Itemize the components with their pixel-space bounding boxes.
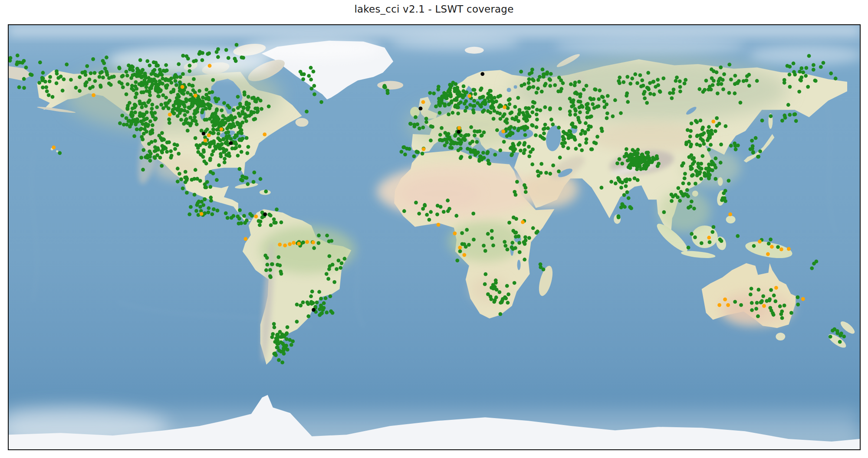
lake-dot-green	[183, 105, 187, 109]
lake-dot-green	[220, 122, 224, 126]
lake-dot-green	[465, 105, 469, 109]
lake-dot-green	[472, 111, 476, 114]
lake-dot-green	[197, 89, 201, 93]
lake-dot-green	[454, 82, 458, 86]
lake-dot-green	[472, 238, 476, 242]
lake-dot-green	[216, 209, 220, 213]
lake-dot-green	[519, 84, 523, 88]
lake-dot-green	[309, 78, 313, 82]
lake-dot-green	[549, 72, 553, 76]
lake-dot-green	[148, 119, 152, 123]
lake-dot-orange	[200, 212, 204, 216]
lake-dot-orange	[305, 240, 309, 244]
lake-dot-green	[226, 104, 230, 108]
lake-dot-green	[301, 77, 305, 81]
lake-dot-green	[585, 115, 589, 119]
lake-dot-green	[185, 191, 189, 195]
lake-dot-green	[226, 216, 230, 220]
lake-dot-green	[525, 118, 529, 122]
lake-dot-green	[244, 114, 248, 118]
lake-dot-green	[619, 111, 623, 115]
lake-dot-green	[706, 129, 710, 133]
lake-dot-green	[765, 299, 769, 303]
lake-dot-green	[672, 88, 676, 92]
lake-dot-green	[41, 71, 45, 75]
lake-dot-green	[150, 140, 154, 144]
lake-dot-green	[339, 266, 342, 270]
lake-dot-green	[386, 91, 390, 95]
lake-dot-green	[307, 74, 311, 78]
lake-dot-green	[205, 128, 209, 131]
lake-dot-green	[694, 182, 697, 186]
lake-dot-green	[490, 236, 494, 240]
lake-dot-green	[769, 309, 773, 313]
lake-dot-green	[246, 182, 250, 186]
lake-dot-green	[169, 156, 173, 160]
lake-dot-green	[783, 81, 786, 85]
lake-dot-green	[143, 117, 147, 121]
lake-dot-green	[578, 120, 582, 124]
lake-dot-green	[543, 105, 547, 109]
lake-dot-green	[131, 65, 135, 69]
lake-dot-green	[733, 300, 737, 304]
lake-dot-green	[305, 110, 309, 114]
lake-dot-green	[618, 75, 621, 79]
lake-dot-green	[144, 81, 148, 85]
lake-dot-green	[461, 95, 465, 99]
lake-dot-green	[268, 268, 272, 272]
lake-dot-green	[139, 83, 143, 87]
lake-dot-green	[125, 74, 129, 78]
lake-dot-green	[628, 157, 632, 161]
lake-dot-green	[755, 79, 759, 83]
lake-dot-green	[668, 91, 672, 95]
lake-dot-green	[472, 99, 476, 103]
lake-dot-green	[187, 69, 191, 73]
lake-dot-green	[318, 313, 322, 317]
lake-dot-green	[150, 111, 154, 114]
lake-dot-orange	[220, 128, 224, 131]
lake-dot-green	[670, 199, 674, 203]
lake-dot-green	[142, 132, 146, 136]
lake-dot-green	[602, 99, 606, 103]
lake-dot-green	[237, 217, 241, 221]
lake-dot-green	[527, 145, 531, 149]
lake-dot-green	[59, 75, 63, 79]
lake-dot-green	[676, 186, 680, 190]
lake-dot-green	[442, 210, 446, 214]
lake-dot-green	[639, 161, 643, 165]
lake-dot-green	[403, 153, 407, 157]
lake-dot-green	[786, 103, 790, 107]
lake-dot-green	[145, 85, 148, 89]
lake-dot-green	[585, 84, 589, 88]
lake-dot-green	[337, 258, 341, 262]
lake-dot-green	[592, 141, 596, 144]
lake-dot-green	[636, 178, 640, 182]
lake-dot-green	[625, 147, 628, 151]
lake-dot-green	[687, 140, 691, 144]
lake-dot-green	[654, 85, 658, 89]
lake-dot-green	[183, 113, 187, 117]
lake-dot-green	[468, 155, 472, 159]
lake-dot-green	[464, 133, 468, 137]
lake-dot-green	[491, 287, 495, 291]
lake-dot-green	[527, 107, 531, 111]
lake-dot-green	[155, 85, 159, 89]
lake-dot-green	[235, 43, 239, 47]
lake-dot-green	[624, 184, 628, 188]
lake-dot-green	[739, 101, 743, 105]
lake-dot-green	[493, 153, 497, 157]
lake-dot-green	[215, 117, 219, 121]
lake-dot-green	[822, 61, 825, 65]
lake-dot-green	[440, 95, 444, 98]
lake-dot-green	[804, 66, 808, 70]
lake-dot-green	[749, 293, 753, 297]
lake-dot-green	[539, 265, 542, 269]
lake-dot-green	[518, 250, 522, 254]
lake-dot-green	[527, 236, 531, 240]
lake-dot-green	[512, 144, 516, 147]
lake-dot-green	[192, 77, 196, 81]
lake-dot-green	[400, 150, 404, 154]
lake-dot-green	[310, 290, 314, 294]
lake-dot-green	[252, 180, 256, 184]
lake-dot-green	[161, 82, 164, 85]
